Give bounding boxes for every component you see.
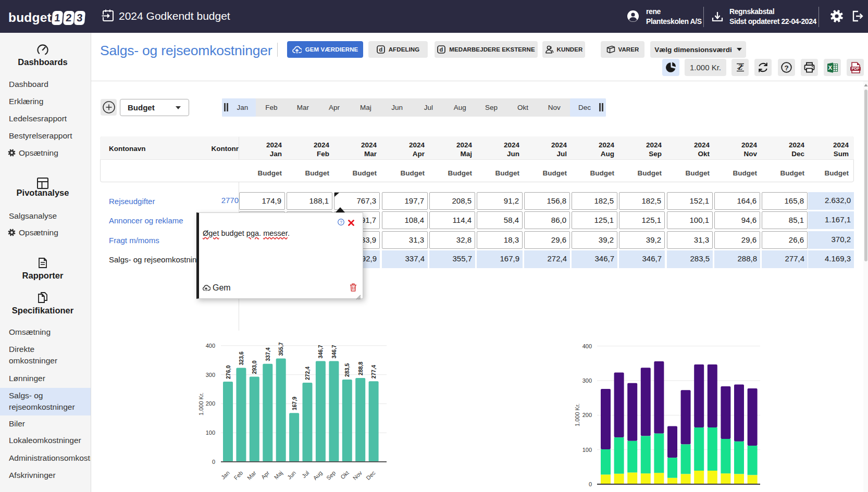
svg-text:346,7: 346,7: [317, 345, 324, 358]
svg-text:Aug: Aug: [312, 470, 323, 481]
svg-text:?: ?: [784, 64, 788, 72]
svg-text:Jun: Jun: [286, 470, 297, 481]
svg-text:Maj: Maj: [273, 470, 284, 481]
svg-text:323,6: 323,6: [238, 351, 244, 365]
svg-text:293,0: 293,0: [251, 360, 257, 374]
svg-text:100: 100: [206, 430, 215, 436]
svg-text:X: X: [828, 65, 832, 71]
svg-text:?: ?: [340, 220, 342, 225]
svg-text:Nov: Nov: [352, 470, 364, 482]
svg-text:355,7: 355,7: [278, 342, 284, 356]
svg-text:272,4: 272,4: [304, 367, 311, 380]
svg-text:337,4: 337,4: [265, 347, 271, 361]
svg-text:400: 400: [206, 343, 215, 349]
svg-text:Apr: Apr: [260, 470, 271, 481]
svg-text:Mar: Mar: [246, 470, 257, 481]
svg-text:Sep: Sep: [325, 470, 337, 481]
svg-text:Okt: Okt: [339, 470, 350, 481]
svg-text:0: 0: [589, 481, 592, 487]
svg-text:d: d: [440, 46, 443, 53]
svg-text:276,0: 276,0: [225, 365, 231, 379]
svg-text:Jul: Jul: [301, 470, 310, 479]
svg-text:1.000 Kr.: 1.000 Kr.: [198, 393, 204, 415]
svg-text:PDF: PDF: [851, 66, 859, 71]
svg-text:288,8: 288,8: [357, 361, 364, 375]
svg-text:d: d: [379, 46, 382, 53]
svg-text:400: 400: [582, 343, 592, 349]
svg-text:200: 200: [206, 400, 215, 407]
svg-text:1.000 Kr.: 1.000 Kr.: [574, 403, 580, 426]
svg-text:Jan: Jan: [220, 470, 231, 481]
svg-text:277,4: 277,4: [370, 365, 377, 379]
svg-text:283,5: 283,5: [344, 363, 350, 376]
svg-text:100: 100: [582, 447, 592, 453]
svg-text:300: 300: [206, 372, 215, 378]
svg-text:200: 200: [582, 412, 592, 418]
svg-text:0: 0: [212, 459, 215, 465]
svg-text:Feb: Feb: [232, 470, 244, 481]
svg-text:167,9: 167,9: [291, 397, 297, 410]
svg-text:300: 300: [582, 377, 592, 384]
svg-text:346,7: 346,7: [331, 345, 337, 358]
svg-text:Dec: Dec: [365, 470, 377, 482]
